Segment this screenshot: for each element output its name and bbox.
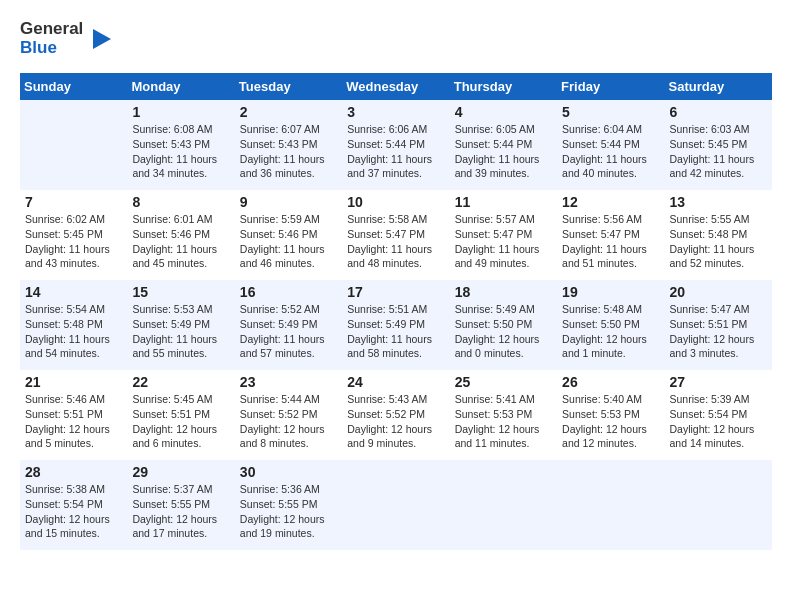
calendar-cell: 10 Sunrise: 5:58 AM Sunset: 5:47 PM Dayl…: [342, 190, 449, 280]
day-info: Sunrise: 5:38 AM Sunset: 5:54 PM Dayligh…: [25, 482, 122, 541]
calendar-cell: 15 Sunrise: 5:53 AM Sunset: 5:49 PM Dayl…: [127, 280, 234, 370]
weekday-header-wednesday: Wednesday: [342, 73, 449, 100]
calendar-week-row: 14 Sunrise: 5:54 AM Sunset: 5:48 PM Dayl…: [20, 280, 772, 370]
calendar-cell: 28 Sunrise: 5:38 AM Sunset: 5:54 PM Dayl…: [20, 460, 127, 550]
day-number: 2: [240, 104, 337, 120]
weekday-header-tuesday: Tuesday: [235, 73, 342, 100]
day-number: 1: [132, 104, 229, 120]
logo-blue: Blue: [20, 39, 83, 58]
logo-text: General: [20, 20, 83, 39]
day-info: Sunrise: 5:52 AM Sunset: 5:49 PM Dayligh…: [240, 302, 337, 361]
day-info: Sunrise: 5:41 AM Sunset: 5:53 PM Dayligh…: [455, 392, 552, 451]
day-number: 24: [347, 374, 444, 390]
day-number: 9: [240, 194, 337, 210]
logo: General Blue: [20, 20, 113, 57]
calendar-cell: 5 Sunrise: 6:04 AM Sunset: 5:44 PM Dayli…: [557, 100, 664, 190]
day-number: 23: [240, 374, 337, 390]
day-info: Sunrise: 5:53 AM Sunset: 5:49 PM Dayligh…: [132, 302, 229, 361]
calendar-header: SundayMondayTuesdayWednesdayThursdayFrid…: [20, 73, 772, 100]
calendar-cell: 4 Sunrise: 6:05 AM Sunset: 5:44 PM Dayli…: [450, 100, 557, 190]
calendar-cell: 25 Sunrise: 5:41 AM Sunset: 5:53 PM Dayl…: [450, 370, 557, 460]
day-number: 27: [670, 374, 767, 390]
calendar-cell: 29 Sunrise: 5:37 AM Sunset: 5:55 PM Dayl…: [127, 460, 234, 550]
day-number: 22: [132, 374, 229, 390]
day-number: 20: [670, 284, 767, 300]
day-number: 26: [562, 374, 659, 390]
day-number: 11: [455, 194, 552, 210]
calendar-cell: 2 Sunrise: 6:07 AM Sunset: 5:43 PM Dayli…: [235, 100, 342, 190]
weekday-header-saturday: Saturday: [665, 73, 772, 100]
calendar-week-row: 28 Sunrise: 5:38 AM Sunset: 5:54 PM Dayl…: [20, 460, 772, 550]
calendar-cell: 11 Sunrise: 5:57 AM Sunset: 5:47 PM Dayl…: [450, 190, 557, 280]
day-number: 28: [25, 464, 122, 480]
calendar-cell: 13 Sunrise: 5:55 AM Sunset: 5:48 PM Dayl…: [665, 190, 772, 280]
weekday-header-friday: Friday: [557, 73, 664, 100]
day-info: Sunrise: 6:02 AM Sunset: 5:45 PM Dayligh…: [25, 212, 122, 271]
day-info: Sunrise: 5:48 AM Sunset: 5:50 PM Dayligh…: [562, 302, 659, 361]
svg-marker-0: [93, 29, 111, 49]
calendar-cell: 17 Sunrise: 5:51 AM Sunset: 5:49 PM Dayl…: [342, 280, 449, 370]
day-info: Sunrise: 5:39 AM Sunset: 5:54 PM Dayligh…: [670, 392, 767, 451]
day-number: 14: [25, 284, 122, 300]
day-number: 10: [347, 194, 444, 210]
day-info: Sunrise: 5:44 AM Sunset: 5:52 PM Dayligh…: [240, 392, 337, 451]
calendar-cell: 1 Sunrise: 6:08 AM Sunset: 5:43 PM Dayli…: [127, 100, 234, 190]
calendar-week-row: 7 Sunrise: 6:02 AM Sunset: 5:45 PM Dayli…: [20, 190, 772, 280]
weekday-header-thursday: Thursday: [450, 73, 557, 100]
day-info: Sunrise: 6:05 AM Sunset: 5:44 PM Dayligh…: [455, 122, 552, 181]
calendar-cell: 7 Sunrise: 6:02 AM Sunset: 5:45 PM Dayli…: [20, 190, 127, 280]
day-info: Sunrise: 6:06 AM Sunset: 5:44 PM Dayligh…: [347, 122, 444, 181]
day-info: Sunrise: 5:37 AM Sunset: 5:55 PM Dayligh…: [132, 482, 229, 541]
calendar-cell: [557, 460, 664, 550]
day-number: 8: [132, 194, 229, 210]
calendar-cell: 18 Sunrise: 5:49 AM Sunset: 5:50 PM Dayl…: [450, 280, 557, 370]
day-info: Sunrise: 5:56 AM Sunset: 5:47 PM Dayligh…: [562, 212, 659, 271]
weekday-header-sunday: Sunday: [20, 73, 127, 100]
day-info: Sunrise: 5:55 AM Sunset: 5:48 PM Dayligh…: [670, 212, 767, 271]
calendar-cell: 21 Sunrise: 5:46 AM Sunset: 5:51 PM Dayl…: [20, 370, 127, 460]
day-info: Sunrise: 5:59 AM Sunset: 5:46 PM Dayligh…: [240, 212, 337, 271]
calendar-cell: 24 Sunrise: 5:43 AM Sunset: 5:52 PM Dayl…: [342, 370, 449, 460]
calendar-cell: 14 Sunrise: 5:54 AM Sunset: 5:48 PM Dayl…: [20, 280, 127, 370]
calendar-week-row: 1 Sunrise: 6:08 AM Sunset: 5:43 PM Dayli…: [20, 100, 772, 190]
day-number: 6: [670, 104, 767, 120]
calendar-cell: [20, 100, 127, 190]
calendar-cell: 3 Sunrise: 6:06 AM Sunset: 5:44 PM Dayli…: [342, 100, 449, 190]
calendar-cell: 12 Sunrise: 5:56 AM Sunset: 5:47 PM Dayl…: [557, 190, 664, 280]
day-info: Sunrise: 6:04 AM Sunset: 5:44 PM Dayligh…: [562, 122, 659, 181]
day-info: Sunrise: 5:54 AM Sunset: 5:48 PM Dayligh…: [25, 302, 122, 361]
calendar-cell: 6 Sunrise: 6:03 AM Sunset: 5:45 PM Dayli…: [665, 100, 772, 190]
logo-arrow-icon: [85, 25, 113, 53]
calendar-cell: [342, 460, 449, 550]
day-number: 5: [562, 104, 659, 120]
day-number: 30: [240, 464, 337, 480]
day-number: 29: [132, 464, 229, 480]
day-number: 7: [25, 194, 122, 210]
calendar-cell: 23 Sunrise: 5:44 AM Sunset: 5:52 PM Dayl…: [235, 370, 342, 460]
day-number: 3: [347, 104, 444, 120]
day-number: 25: [455, 374, 552, 390]
weekday-header-monday: Monday: [127, 73, 234, 100]
day-info: Sunrise: 5:36 AM Sunset: 5:55 PM Dayligh…: [240, 482, 337, 541]
day-info: Sunrise: 5:46 AM Sunset: 5:51 PM Dayligh…: [25, 392, 122, 451]
calendar-cell: 22 Sunrise: 5:45 AM Sunset: 5:51 PM Dayl…: [127, 370, 234, 460]
day-info: Sunrise: 5:51 AM Sunset: 5:49 PM Dayligh…: [347, 302, 444, 361]
day-info: Sunrise: 5:45 AM Sunset: 5:51 PM Dayligh…: [132, 392, 229, 451]
day-info: Sunrise: 6:03 AM Sunset: 5:45 PM Dayligh…: [670, 122, 767, 181]
day-number: 4: [455, 104, 552, 120]
calendar-cell: 26 Sunrise: 5:40 AM Sunset: 5:53 PM Dayl…: [557, 370, 664, 460]
day-info: Sunrise: 5:49 AM Sunset: 5:50 PM Dayligh…: [455, 302, 552, 361]
day-info: Sunrise: 5:57 AM Sunset: 5:47 PM Dayligh…: [455, 212, 552, 271]
day-info: Sunrise: 5:40 AM Sunset: 5:53 PM Dayligh…: [562, 392, 659, 451]
day-info: Sunrise: 6:08 AM Sunset: 5:43 PM Dayligh…: [132, 122, 229, 181]
calendar-cell: [450, 460, 557, 550]
calendar-cell: 8 Sunrise: 6:01 AM Sunset: 5:46 PM Dayli…: [127, 190, 234, 280]
day-number: 17: [347, 284, 444, 300]
day-number: 16: [240, 284, 337, 300]
day-number: 19: [562, 284, 659, 300]
calendar-cell: 20 Sunrise: 5:47 AM Sunset: 5:51 PM Dayl…: [665, 280, 772, 370]
calendar-table: SundayMondayTuesdayWednesdayThursdayFrid…: [20, 73, 772, 550]
calendar-cell: 30 Sunrise: 5:36 AM Sunset: 5:55 PM Dayl…: [235, 460, 342, 550]
day-number: 13: [670, 194, 767, 210]
day-info: Sunrise: 5:58 AM Sunset: 5:47 PM Dayligh…: [347, 212, 444, 271]
